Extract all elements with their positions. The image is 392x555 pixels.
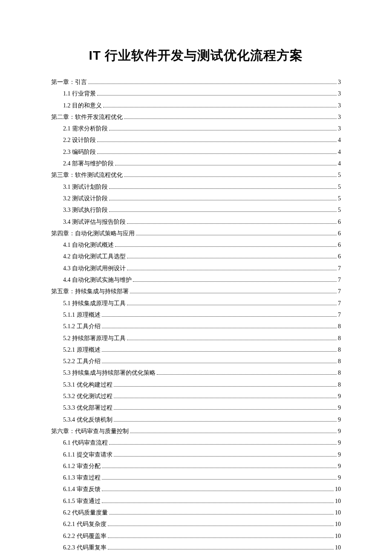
toc-row: 3.1 测试计划阶段5 bbox=[51, 181, 341, 193]
toc-leader-dots bbox=[108, 525, 334, 526]
toc-leader-dots bbox=[109, 199, 337, 200]
toc-leader-dots bbox=[127, 339, 337, 340]
toc-page-number: 5 bbox=[338, 169, 341, 181]
toc-label: 4.3 自动化测试用例设计 bbox=[51, 263, 126, 274]
toc-label: 5.1.1 原理概述 bbox=[51, 309, 101, 321]
toc-row: 6.2.1 代码复杂度10 bbox=[51, 518, 341, 530]
toc-page-number: 6 bbox=[338, 239, 341, 251]
toc-leader-dots bbox=[133, 281, 337, 282]
toc-page-number: 8 bbox=[338, 379, 341, 390]
toc-page-number: 3 bbox=[338, 111, 341, 123]
toc-label: 2.1 需求分析阶段 bbox=[51, 123, 108, 134]
toc-page-number: 3 bbox=[338, 100, 341, 111]
toc-label: 3.3 测试执行阶段 bbox=[51, 204, 108, 216]
toc-label: 第一章：引言 bbox=[51, 76, 87, 88]
toc-leader-dots bbox=[102, 467, 337, 468]
toc-row: 第一章：引言 3 bbox=[51, 76, 341, 88]
toc-row: 4.3 自动化测试用例设计7 bbox=[51, 263, 341, 274]
toc-leader-dots bbox=[127, 269, 337, 270]
toc-page-number: 9 bbox=[338, 449, 341, 460]
toc-leader-dots bbox=[127, 304, 337, 305]
toc-row: 5.1.2 工具介绍8 bbox=[51, 321, 341, 332]
toc-page-number: 6 bbox=[338, 228, 341, 239]
toc-page-number: 7 bbox=[338, 298, 341, 309]
toc-label: 6.1.4 审查反馈 bbox=[51, 483, 101, 495]
toc-page-number: 7 bbox=[338, 309, 341, 321]
toc-row: 5.2.2 工具介绍8 bbox=[51, 356, 341, 367]
toc-row: 第三章：软件测试流程优化5 bbox=[51, 169, 341, 181]
toc-page-number: 6 bbox=[338, 216, 341, 228]
toc-leader-dots bbox=[97, 141, 337, 142]
toc-leader-dots bbox=[136, 234, 337, 235]
toc-row: 5.3 持续集成与持续部署的优化策略 8 bbox=[51, 367, 341, 379]
toc-row: 6.1.5 审查通过 10 bbox=[51, 495, 341, 507]
toc-label: 6.1.3 审查过程 bbox=[51, 472, 101, 483]
toc-page-number: 7 bbox=[338, 263, 341, 274]
toc-label: 2.4 部署与维护阶段 bbox=[51, 158, 114, 169]
toc-label: 6.2 代码质量度量 bbox=[51, 507, 108, 518]
toc-label: 第三章：软件测试流程优化 bbox=[51, 169, 123, 181]
toc-leader-dots bbox=[109, 211, 337, 212]
toc-row: 1.1 行业背景 3 bbox=[51, 88, 341, 99]
toc-label: 第六章：代码审查与质量控制 bbox=[51, 425, 129, 437]
toc-page-number: 8 bbox=[338, 367, 341, 379]
toc-leader-dots bbox=[157, 374, 337, 375]
toc-label: 6.2.3 代码重复率 bbox=[51, 542, 107, 553]
toc-leader-dots bbox=[127, 257, 337, 258]
toc-leader-dots bbox=[97, 95, 337, 95]
toc-page-number: 8 bbox=[338, 321, 341, 332]
toc-row: 5.3.2 优化测试过程9 bbox=[51, 390, 341, 402]
toc-row: 6.2.3 代码重复率10 bbox=[51, 542, 341, 553]
toc-row: 1.2 目的和意义3 bbox=[51, 100, 341, 111]
toc-label: 4.1 自动化测试概述 bbox=[51, 239, 114, 251]
toc-leader-dots bbox=[115, 165, 337, 165]
toc-page-number: 7 bbox=[338, 274, 341, 286]
toc-page-number: 3 bbox=[338, 76, 341, 88]
toc-page-number: 9 bbox=[338, 460, 341, 472]
toc-page-number: 10 bbox=[335, 542, 341, 553]
toc-label: 5.3 持续集成与持续部署的优化策略 bbox=[51, 367, 156, 379]
toc-leader-dots bbox=[130, 432, 337, 433]
toc-leader-dots bbox=[103, 106, 337, 107]
toc-label: 5.3.4 优化反馈机制 bbox=[51, 414, 112, 425]
toc-page-number: 10 bbox=[335, 483, 341, 495]
toc-page-number: 5 bbox=[338, 193, 341, 204]
toc-page-number: 9 bbox=[338, 402, 341, 413]
toc-label: 第二章：软件开发流程优化 bbox=[51, 111, 123, 123]
toc-label: 第五章：持续集成与持续部署 bbox=[51, 286, 129, 297]
toc-page-number: 4 bbox=[338, 158, 341, 169]
toc-row: 6.2 代码质量度量10 bbox=[51, 507, 341, 518]
toc-leader-dots bbox=[88, 83, 337, 84]
toc-page-number: 9 bbox=[338, 437, 341, 448]
toc-label: 3.2 测试设计阶段 bbox=[51, 193, 108, 204]
toc-leader-dots bbox=[124, 118, 337, 119]
toc-row: 第六章：代码审查与质量控制9 bbox=[51, 425, 341, 437]
toc-leader-dots bbox=[109, 188, 337, 188]
document-title: IT 行业软件开发与测试优化流程方案 bbox=[51, 47, 341, 64]
toc-label: 4.2 自动化测试工具选型 bbox=[51, 251, 126, 262]
toc-label: 6.2.1 代码复杂度 bbox=[51, 518, 107, 530]
toc-page-number: 8 bbox=[338, 344, 341, 356]
toc-row: 6.1.3 审查过程9 bbox=[51, 472, 341, 483]
toc-leader-dots bbox=[109, 444, 337, 445]
toc-label: 5.3.2 优化测试过程 bbox=[51, 390, 112, 402]
toc-page-number: 4 bbox=[338, 146, 341, 158]
toc-leader-dots bbox=[102, 362, 337, 363]
toc-leader-dots bbox=[108, 537, 334, 538]
toc-label: 2.2 设计阶段 bbox=[51, 134, 96, 146]
toc-page-number: 6 bbox=[338, 251, 341, 262]
toc-page-number: 4 bbox=[338, 134, 341, 146]
toc-row: 6.1.4 审查反馈10 bbox=[51, 483, 341, 495]
toc-page-number: 3 bbox=[338, 88, 341, 99]
toc-row: 4.4 自动化测试实施与维护7 bbox=[51, 274, 341, 286]
toc-page-number: 9 bbox=[338, 425, 341, 437]
toc-row: 5.1 持续集成原理与工具7 bbox=[51, 298, 341, 309]
toc-row: 5.3.1 优化构建过程8 bbox=[51, 379, 341, 390]
toc-label: 5.2.1 原理概述 bbox=[51, 344, 101, 356]
toc-row: 6.1 代码审查流程9 bbox=[51, 437, 341, 448]
toc-leader-dots bbox=[102, 479, 337, 480]
document-page: IT 行业软件开发与测试优化流程方案 第一章：引言 31.1 行业背景 31.2… bbox=[0, 0, 392, 555]
toc-label: 1.1 行业背景 bbox=[51, 88, 96, 99]
toc-page-number: 5 bbox=[338, 204, 341, 216]
toc-label: 5.3.3 优化部署过程 bbox=[51, 402, 112, 413]
